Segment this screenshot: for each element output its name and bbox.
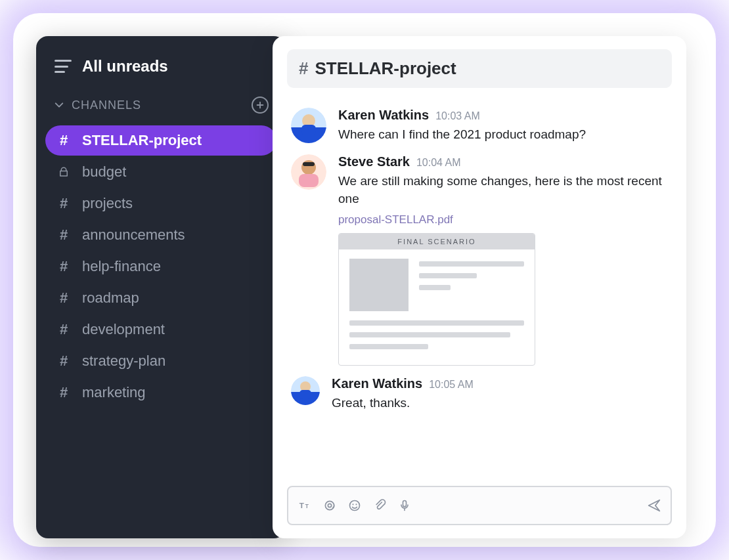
channel-name: strategy-plan	[82, 354, 166, 368]
channel-item-stellar-project[interactable]: # STELLAR-project	[45, 125, 276, 156]
svg-point-15	[328, 504, 331, 507]
mention-icon[interactable]	[322, 498, 337, 513]
svg-rect-7	[303, 162, 315, 166]
avatar[interactable]	[291, 376, 320, 405]
message-text: Where can I find the 2021 product roadma…	[338, 125, 668, 144]
hash-icon: #	[57, 385, 70, 400]
message-list: Karen Watkins 10:03 AM Where can I find …	[287, 88, 672, 486]
svg-text:T: T	[299, 501, 304, 509]
message-item: Steve Stark 10:04 AM We are still making…	[291, 154, 668, 366]
lock-icon	[57, 166, 70, 178]
svg-point-16	[350, 501, 360, 511]
message-text: We are still making some changes, here i…	[338, 172, 668, 208]
message-text: Great, thanks.	[332, 394, 668, 412]
channel-item-help-finance[interactable]: # help-finance	[45, 251, 276, 282]
svg-point-17	[352, 504, 353, 505]
avatar[interactable]	[291, 154, 326, 190]
hash-icon: #	[299, 58, 308, 79]
svg-rect-3	[301, 125, 316, 135]
message-author: Karen Watkins	[332, 376, 422, 391]
channel-item-strategy-plan[interactable]: # strategy-plan	[45, 346, 276, 376]
hash-icon: #	[57, 133, 70, 148]
channel-name: development	[82, 322, 165, 337]
chevron-down-icon	[55, 100, 64, 110]
room-name: STELLAR-project	[315, 58, 456, 79]
channel-item-roadmap[interactable]: # roadmap	[45, 283, 276, 313]
hash-icon: #	[57, 322, 70, 337]
message-time: 10:04 AM	[416, 157, 461, 169]
emoji-icon[interactable]	[347, 498, 362, 513]
text-format-icon[interactable]: TT	[298, 498, 312, 513]
sidebar-header: All unreads	[45, 54, 276, 87]
channel-item-projects[interactable]: # projects	[45, 188, 276, 219]
svg-point-14	[325, 501, 334, 509]
attachment-filename[interactable]: proposal-STELLAR.pdf	[338, 213, 668, 226]
microphone-icon[interactable]	[397, 498, 412, 513]
hash-icon: #	[57, 228, 70, 242]
chat-header: # STELLAR-project	[287, 49, 672, 88]
channel-list: # STELLAR-project budget # projects # an…	[45, 125, 276, 408]
message-time: 10:03 AM	[435, 110, 480, 122]
channel-name: projects	[82, 196, 133, 211]
channels-label: CHANNELS	[72, 98, 141, 112]
channel-name: announcements	[82, 228, 185, 242]
menu-icon[interactable]	[55, 60, 72, 73]
channel-name: roadmap	[82, 291, 139, 305]
sidebar-title: All unreads	[82, 57, 168, 75]
channel-name: help-finance	[82, 259, 161, 274]
channels-section-header[interactable]: CHANNELS	[45, 87, 276, 120]
hash-icon: #	[57, 291, 70, 305]
message-author: Steve Stark	[338, 154, 410, 169]
channel-name: STELLAR-project	[82, 133, 202, 148]
channel-item-marketing[interactable]: # marketing	[45, 377, 276, 408]
channel-item-announcements[interactable]: # announcements	[45, 220, 276, 250]
svg-rect-19	[403, 501, 407, 507]
svg-text:T: T	[305, 503, 309, 509]
message-author: Karen Watkins	[338, 108, 429, 123]
message-item: Karen Watkins 10:05 AM Great, thanks.	[291, 376, 668, 412]
attachment-preview-title: FINAL SCENARIO	[339, 234, 535, 249]
hash-icon: #	[57, 354, 70, 368]
channel-item-budget[interactable]: budget	[45, 157, 276, 187]
svg-point-18	[355, 504, 357, 505]
send-button[interactable]	[647, 498, 661, 513]
hash-icon: #	[57, 196, 70, 211]
avatar[interactable]	[291, 108, 326, 143]
sidebar: All unreads CHANNELS # STELLAR-project	[36, 36, 286, 538]
channel-name: budget	[82, 165, 126, 179]
channel-name: marketing	[82, 385, 146, 400]
add-channel-button[interactable]	[252, 97, 269, 114]
chat-panel: # STELLAR-project Karen Watkins 10:03 AM…	[273, 36, 686, 538]
svg-rect-6	[299, 174, 319, 187]
message-item: Karen Watkins 10:03 AM Where can I find …	[291, 108, 668, 144]
message-composer[interactable]: TT	[287, 486, 672, 525]
attachment-preview[interactable]: FINAL SCENARIO	[338, 233, 535, 366]
svg-rect-11	[299, 390, 311, 399]
channel-item-development[interactable]: # development	[45, 314, 276, 345]
hash-icon: #	[57, 259, 70, 274]
message-time: 10:05 AM	[429, 379, 474, 391]
attachment-icon[interactable]	[372, 498, 387, 513]
